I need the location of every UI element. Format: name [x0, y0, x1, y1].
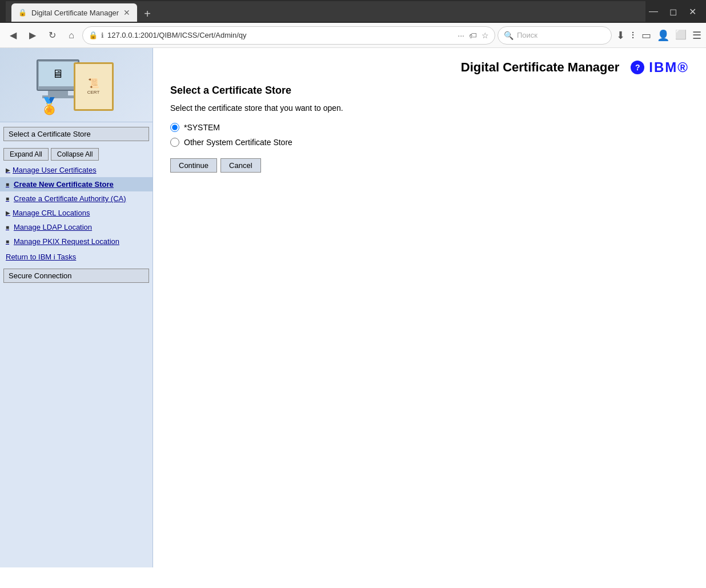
secure-connection-button[interactable]: Secure Connection [3, 269, 149, 283]
download-icon[interactable]: ⬇ [616, 29, 625, 42]
info-icon: ℹ [101, 31, 104, 39]
action-buttons: Continue Cancel [170, 158, 689, 173]
return-to-ibmi-tasks-link[interactable]: Return to IBM i Tasks [0, 250, 153, 264]
nav-item-label: Manage CRL Locations [13, 209, 90, 217]
bullet-icon: ■ [6, 181, 11, 187]
menu-icon[interactable]: ☰ [692, 29, 701, 42]
close-button[interactable]: ✕ [684, 5, 700, 18]
radio-option-other[interactable]: Other System Certificate Store [170, 138, 689, 147]
help-button[interactable]: ? [631, 61, 644, 74]
nav-item-label: Manage LDAP Location [14, 223, 92, 231]
forward-button[interactable]: ▶ [24, 27, 41, 44]
search-placeholder: Поиск [517, 31, 537, 39]
ibm-logo-text: IBM® [649, 59, 689, 75]
sidebar: 🖥 📜 CERT 🏅 Select a Certificate Store Ex… [0, 48, 153, 567]
window-controls: — ◻ ✕ [645, 5, 700, 18]
radio-group: *SYSTEM Other System Certificate Store [170, 123, 689, 147]
header-bar: Digital Certificate Manager ? IBM® [170, 59, 689, 75]
page-title: Digital Certificate Manager [461, 60, 620, 75]
expand-all-button[interactable]: Expand All [3, 148, 49, 161]
library-icon[interactable]: ⫶ [631, 29, 636, 42]
radio-system-label: *SYSTEM [184, 123, 220, 132]
sidebar-item-manage-user-certs[interactable]: ▶ Manage User Certificates [0, 163, 153, 177]
address-text: 127.0.0.1:2001/QIBM/ICSS/Cert/Admin/qy [107, 31, 454, 39]
navigation-bar: ◀ ▶ ↻ ⌂ 🔒 ℹ 127.0.0.1:2001/QIBM/ICSS/Cer… [0, 23, 706, 48]
pocket-icon[interactable]: 🏷 [469, 31, 477, 40]
radio-other[interactable] [170, 138, 179, 147]
triangle-icon: ▶ [6, 167, 10, 173]
address-bar-icons: ··· 🏷 ☆ [458, 31, 489, 40]
radio-option-system[interactable]: *SYSTEM [170, 123, 689, 132]
security-icon: 🔒 [89, 31, 98, 39]
home-button[interactable]: ⌂ [63, 27, 80, 44]
tab-close-button[interactable]: ✕ [123, 8, 130, 17]
reload-button[interactable]: ↻ [43, 27, 61, 44]
sidebar-item-manage-ldap[interactable]: ■ Manage LDAP Location [0, 220, 153, 234]
radio-system[interactable] [170, 123, 179, 132]
triangle-icon: ▶ [6, 210, 10, 216]
account-icon[interactable]: 👤 [657, 29, 669, 42]
continue-button[interactable]: Continue [170, 158, 217, 173]
collapse-all-button[interactable]: Collapse All [51, 148, 99, 161]
bullet-icon: ■ [6, 238, 11, 245]
browser-chrome: 🔒 Digital Certificate Manager ✕ + — ◻ ✕ … [0, 0, 706, 48]
search-bar[interactable]: 🔍 Поиск [498, 26, 612, 45]
search-icon: 🔍 [504, 31, 514, 40]
sidebar-toggle-icon[interactable]: ▭ [641, 29, 651, 42]
cancel-button[interactable]: Cancel [220, 158, 260, 173]
radio-other-label: Other System Certificate Store [184, 138, 292, 147]
sidebar-item-create-new-cert-store[interactable]: ■ Create New Certificate Store [0, 177, 153, 191]
content-area: 🖥 📜 CERT 🏅 Select a Certificate Store Ex… [0, 48, 706, 567]
section-title: Select a Certificate Store [170, 85, 689, 97]
nav-item-label: Manage PKIX Request Location [14, 237, 119, 246]
sidebar-item-manage-crl[interactable]: ▶ Manage CRL Locations [0, 206, 153, 220]
main-panel: Digital Certificate Manager ? IBM® Selec… [153, 48, 706, 567]
select-certificate-store-button[interactable]: Select a Certificate Store [3, 127, 149, 141]
ibm-logo: IBM® [649, 59, 689, 75]
nav-item-label: Manage User Certificates [13, 166, 97, 174]
bookmark-icon[interactable]: ☆ [482, 31, 489, 40]
tab-favicon: 🔒 [18, 9, 27, 17]
nav-items: ▶ Manage User Certificates ■ Create New … [0, 163, 153, 249]
expand-collapse-controls: Expand All Collapse All [0, 146, 153, 163]
nav-item-label: Create New Certificate Store [14, 180, 114, 189]
sidebar-item-create-ca[interactable]: ■ Create a Certificate Authority (CA) [0, 191, 153, 206]
address-bar[interactable]: 🔒 ℹ 127.0.0.1:2001/QIBM/ICSS/Cert/Admin/… [82, 26, 495, 45]
tab-title: Digital Certificate Manager [31, 9, 119, 17]
sidebar-item-manage-pkix[interactable]: ■ Manage PKIX Request Location [0, 234, 153, 249]
back-button[interactable]: ◀ [5, 27, 22, 44]
minimize-button[interactable]: — [645, 5, 661, 18]
screenshot-icon[interactable]: ⬜ [675, 29, 687, 42]
more-options-icon[interactable]: ··· [458, 31, 464, 40]
maximize-button[interactable]: ◻ [665, 5, 681, 18]
logo-image: 🖥 📜 CERT 🏅 [37, 54, 117, 117]
bullet-icon: ■ [6, 195, 11, 202]
new-tab-button[interactable]: + [139, 6, 155, 22]
browser-tab[interactable]: 🔒 Digital Certificate Manager ✕ [11, 3, 137, 22]
titlebar: 🔒 Digital Certificate Manager ✕ + — ◻ ✕ [0, 0, 706, 23]
sidebar-logo: 🖥 📜 CERT 🏅 [0, 48, 153, 122]
description-text: Select the certificate store that you wa… [170, 103, 689, 113]
nav-item-label: Create a Certificate Authority (CA) [14, 194, 126, 203]
bullet-icon: ■ [6, 224, 11, 230]
toolbar-icons: ⬇ ⫶ ▭ 👤 ⬜ ☰ [616, 29, 701, 42]
